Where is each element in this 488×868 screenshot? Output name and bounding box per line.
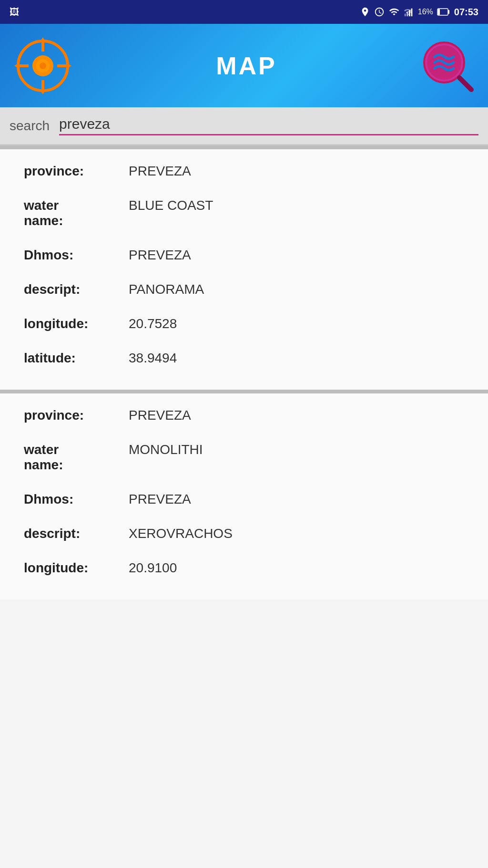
svg-line-22	[459, 78, 471, 90]
result-row: Dhmos: PREVEZA	[24, 492, 464, 507]
results-container: province: PREVEZA watername: BLUE COAST …	[0, 149, 488, 599]
result-row: watername: BLUE COAST	[24, 198, 464, 228]
signal-icon	[404, 7, 414, 17]
result-card-1[interactable]: province: PREVEZA watername: BLUE COAST …	[0, 149, 488, 390]
result-row: descript: PANORAMA	[24, 282, 464, 297]
wifi-icon	[388, 7, 400, 17]
search-bar: search	[0, 107, 488, 145]
search-label: search	[10, 118, 50, 134]
status-time: 07:53	[454, 7, 478, 18]
location-icon	[360, 7, 370, 17]
svg-rect-2	[409, 10, 410, 16]
svg-rect-0	[405, 14, 406, 16]
field-label-descript-2: descript:	[24, 526, 129, 541]
result-row: province: PREVEZA	[24, 408, 464, 423]
field-label-longitude-2: longitude:	[24, 560, 129, 576]
svg-marker-12	[41, 37, 45, 41]
search-input[interactable]	[59, 116, 478, 132]
alarm-icon	[374, 7, 385, 17]
field-value-watername-2: MONOLITHI	[129, 442, 203, 457]
field-value-dhmos-2: PREVEZA	[129, 492, 191, 507]
svg-rect-5	[448, 10, 449, 14]
svg-rect-6	[438, 9, 440, 15]
svg-marker-13	[41, 91, 45, 94]
field-value-descript-1: PANORAMA	[129, 282, 204, 297]
section-divider-2	[0, 390, 488, 393]
field-value-longitude-2: 20.9100	[129, 560, 177, 576]
field-label-province-1: province:	[24, 164, 129, 179]
svg-marker-15	[68, 63, 71, 68]
field-label-latitude-1: latitude:	[24, 351, 129, 366]
search-magnifier-icon[interactable]	[421, 40, 474, 92]
result-row: longitude: 20.7528	[24, 316, 464, 331]
result-row: province: PREVEZA	[24, 164, 464, 179]
field-label-dhmos-1: Dhmos:	[24, 248, 129, 263]
field-label-province-2: province:	[24, 408, 129, 423]
result-row: latitude: 38.9494	[24, 351, 464, 366]
header-title: MAP	[216, 52, 277, 80]
result-row: watername: MONOLITHI	[24, 442, 464, 473]
svg-marker-14	[14, 63, 18, 68]
field-value-province-2: PREVEZA	[129, 408, 191, 423]
field-value-latitude-1: 38.9494	[129, 351, 177, 366]
field-label-dhmos-2: Dhmos:	[24, 492, 129, 507]
field-value-watername-1: BLUE COAST	[129, 198, 213, 213]
header: MAP	[0, 24, 488, 107]
result-card-2[interactable]: province: PREVEZA watername: MONOLITHI D…	[0, 393, 488, 599]
result-row: longitude: 20.9100	[24, 560, 464, 576]
section-divider-1	[0, 145, 488, 149]
field-label-watername-2: watername:	[24, 442, 129, 473]
battery-icon	[437, 7, 450, 17]
field-value-longitude-1: 20.7528	[129, 316, 177, 331]
field-label-descript-1: descript:	[24, 282, 129, 297]
svg-point-18	[40, 62, 46, 69]
field-label-watername-1: watername:	[24, 198, 129, 228]
svg-rect-1	[407, 12, 408, 16]
search-input-container[interactable]	[59, 116, 478, 135]
status-bar: 🖼 16% 07:53	[0, 0, 488, 24]
result-row: descript: XEROVRACHOS	[24, 526, 464, 541]
result-row: Dhmos: PREVEZA	[24, 248, 464, 263]
field-label-longitude-1: longitude:	[24, 316, 129, 331]
field-value-dhmos-1: PREVEZA	[129, 248, 191, 263]
field-value-descript-2: XEROVRACHOS	[129, 526, 233, 541]
field-value-province-1: PREVEZA	[129, 164, 191, 179]
svg-rect-3	[411, 9, 412, 16]
battery-level: 16%	[418, 8, 433, 16]
compass-logo	[14, 37, 71, 94]
status-image-icon: 🖼	[10, 7, 19, 18]
status-icons: 16% 07:53	[360, 7, 478, 18]
